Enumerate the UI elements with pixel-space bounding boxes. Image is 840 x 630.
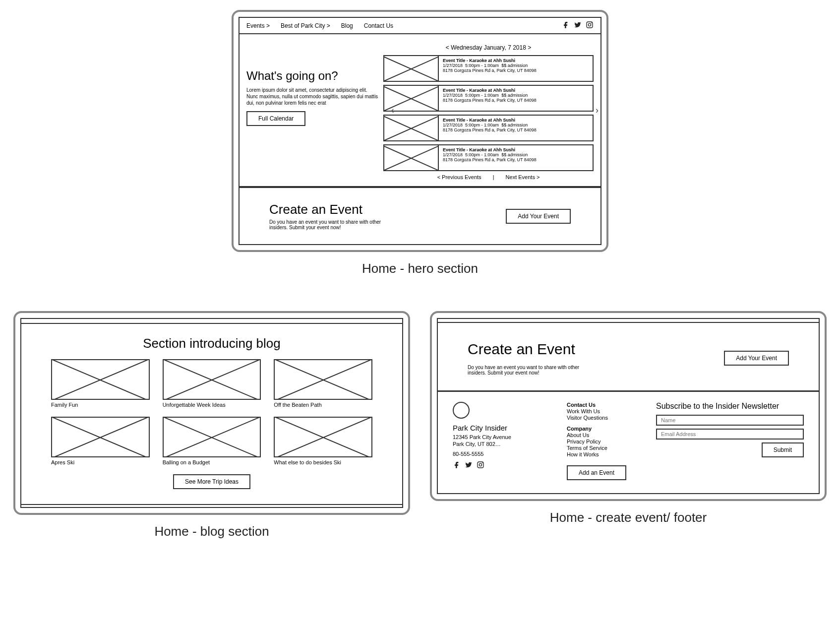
blog-card[interactable]: Family Fun — [51, 359, 150, 408]
event-admission: $$ admission — [501, 63, 528, 68]
instagram-icon[interactable] — [586, 21, 594, 30]
blog-card-label: Balling on a Budget — [163, 459, 261, 465]
blog-image-placeholder — [163, 417, 261, 457]
add-your-event-button[interactable]: Add Your Event — [506, 209, 571, 224]
event-title: Event Title - Karaoke at Ahh Sushi — [443, 58, 589, 63]
footer-link-privacy[interactable]: Privacy Policy — [567, 439, 641, 444]
footer-logo-placeholder — [453, 402, 470, 419]
blog-card[interactable]: What else to do besides Ski — [274, 417, 372, 465]
footer-link-how-it-works[interactable]: How it Works — [567, 451, 641, 457]
footer-link-work-with-us[interactable]: Work With Us — [567, 408, 641, 414]
caption-blog: Home - blog section — [13, 524, 410, 539]
instagram-icon[interactable] — [477, 461, 484, 470]
pager-separator: | — [493, 174, 494, 180]
blog-card-label: Unforgettable Week Ideas — [163, 402, 261, 408]
current-date[interactable]: < Wednesday January, 7 2018 > — [383, 44, 594, 51]
event-admission: $$ admission — [501, 93, 528, 98]
blog-image-placeholder — [51, 359, 150, 400]
blog-card-label: Family Fun — [51, 402, 150, 408]
svg-point-4 — [479, 463, 481, 466]
blog-card[interactable]: Off the Beaten Path — [274, 359, 372, 408]
event-image-placeholder — [384, 145, 439, 170]
see-more-trip-ideas-button[interactable]: See More Trip Ideas — [173, 474, 250, 489]
footer-address-1: 12345 Park City Avenue — [453, 434, 552, 440]
event-address: 8178 Gorgoza Pines Rd a, Park City, UT 8… — [443, 157, 589, 162]
event-time: 5:00pm - 1:00am — [465, 123, 499, 127]
create-event-blurb: Do you have an event you want to share w… — [468, 365, 597, 376]
events-list: Event Title - Karaoke at Ahh Sushi 1/27/… — [383, 55, 594, 171]
event-row[interactable]: Event Title - Karaoke at Ahh Sushi 1/27/… — [383, 55, 594, 82]
cta-blurb: Do you have an event you want to share w… — [269, 219, 398, 230]
event-date: 1/27/2018 — [443, 93, 463, 98]
nav-blog[interactable]: Blog — [341, 22, 353, 29]
full-calendar-button[interactable]: Full Calendar — [246, 111, 305, 126]
blog-title: Section introducing blog — [51, 336, 372, 351]
event-image-placeholder — [384, 86, 439, 111]
event-time: 5:00pm - 1:00am — [465, 93, 499, 98]
hero-blurb: Lorem ipsum dolor sit amet, consectetur … — [246, 87, 378, 106]
svg-point-2 — [591, 23, 592, 24]
blog-card[interactable]: Apres Ski — [51, 417, 150, 465]
facebook-icon[interactable] — [562, 21, 570, 30]
footer-company-heading: Company — [567, 426, 641, 432]
newsletter-title: Subscribe to the Insider Newsletter — [656, 402, 804, 411]
blog-card-label: Apres Ski — [51, 459, 150, 465]
footer-link-visitor-questions[interactable]: Visitor Questions — [567, 415, 641, 421]
event-time: 5:00pm - 1:00am — [465, 63, 499, 68]
event-admission: $$ admission — [501, 123, 528, 127]
newsletter-email-input[interactable] — [656, 429, 804, 440]
previous-events-link[interactable]: < Previous Events — [437, 174, 481, 180]
caption-hero: Home - hero section — [10, 261, 830, 276]
footer-contact-heading: Contact Us — [567, 402, 641, 408]
facebook-icon[interactable] — [453, 461, 461, 470]
event-date: 1/27/2018 — [443, 152, 463, 157]
wireframe-footer: Create an Event Do you have an event you… — [430, 311, 827, 501]
event-row[interactable]: Event Title - Karaoke at Ahh Sushi 1/27/… — [383, 85, 594, 112]
top-nav-bar: Events > Best of Park City > Blog Contac… — [240, 18, 600, 34]
footer-address-2: Park City, UT 802… — [453, 441, 552, 447]
newsletter-submit-button[interactable]: Submit — [762, 442, 804, 457]
carousel-next-arrow-icon[interactable]: › — [596, 105, 599, 116]
nav-events[interactable]: Events > — [246, 22, 270, 29]
nav-best[interactable]: Best of Park City > — [281, 22, 330, 29]
event-address: 8178 Gorgoza Pines Rd a, Park City, UT 8… — [443, 127, 589, 132]
event-row[interactable]: Event Title - Karaoke at Ahh Sushi 1/27/… — [383, 144, 594, 171]
event-address: 8178 Gorgoza Pines Rd a, Park City, UT 8… — [443, 98, 589, 103]
next-events-link[interactable]: Next Events > — [506, 174, 540, 180]
event-row[interactable]: Event Title - Karaoke at Ahh Sushi 1/27/… — [383, 115, 594, 141]
hero-title: What's going on? — [246, 69, 378, 83]
event-image-placeholder — [384, 116, 439, 140]
wireframe-hero: Events > Best of Park City > Blog Contac… — [232, 10, 608, 252]
footer-link-terms[interactable]: Terms of Service — [567, 445, 641, 451]
blog-card-label: Off the Beaten Path — [274, 402, 372, 408]
footer-phone: 80-555-5555 — [453, 451, 552, 457]
blog-card[interactable]: Unforgettable Week Ideas — [163, 359, 261, 408]
svg-point-5 — [482, 463, 483, 464]
event-title: Event Title - Karaoke at Ahh Sushi — [443, 88, 589, 93]
footer-link-about[interactable]: About Us — [567, 432, 641, 438]
blog-image-placeholder — [51, 417, 150, 457]
newsletter-name-input[interactable] — [656, 415, 804, 426]
caption-footer: Home - create event/ footer — [430, 510, 827, 525]
blog-image-placeholder — [274, 359, 372, 400]
event-image-placeholder — [384, 56, 439, 81]
site-footer: Park City Insider 12345 Park City Avenue… — [438, 390, 819, 493]
footer-brand: Park City Insider — [453, 424, 552, 432]
create-event-title: Create an Event — [468, 341, 597, 358]
blog-image-placeholder — [274, 417, 372, 457]
nav-contact[interactable]: Contact Us — [364, 22, 393, 29]
blog-card-label: What else to do besides Ski — [274, 459, 372, 465]
event-time: 5:00pm - 1:00am — [465, 152, 499, 157]
svg-point-1 — [588, 23, 591, 26]
wireframe-blog: Section introducing blog Family Fun Unfo… — [13, 311, 410, 515]
cta-title: Create an Event — [269, 202, 398, 217]
add-an-event-button[interactable]: Add an Event — [567, 465, 626, 480]
blog-card[interactable]: Balling on a Budget — [163, 417, 261, 465]
event-address: 8178 Gorgoza Pines Rd a, Park City, UT 8… — [443, 68, 589, 73]
add-your-event-button[interactable]: Add Your Event — [724, 351, 789, 366]
event-date: 1/27/2018 — [443, 63, 463, 68]
blog-image-placeholder — [163, 359, 261, 400]
twitter-icon[interactable] — [465, 461, 473, 470]
event-admission: $$ admission — [501, 152, 528, 157]
twitter-icon[interactable] — [574, 21, 582, 30]
